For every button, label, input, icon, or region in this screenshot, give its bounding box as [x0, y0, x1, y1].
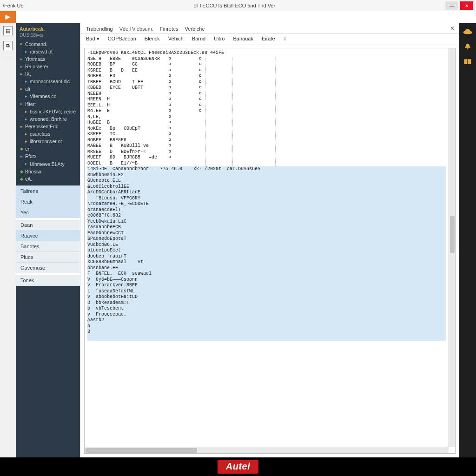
tree-node-label: liforsronrwer cr [30, 139, 62, 145]
tab-bar: TrabendlingVdell Viebsum.FinretesVerbich… [80, 23, 459, 34]
tree-node-label: PerenssentEdi: [25, 124, 58, 130]
sidebar-tree: ▸Ccomand.▸rarsewd ot▸Yitnmaas▸Ra oraerer… [16, 39, 80, 185]
sidebar-list-item[interactable]: Banotes [16, 241, 80, 252]
tab[interactable]: Trabendling [86, 26, 113, 33]
sidebar-list-item[interactable]: Daan [16, 220, 80, 231]
right-tool-strip [459, 23, 476, 457]
content-area: -1&Hp0Pdve6 Kax…48tCL Fneedei8Axc2u3uEck… [84, 48, 456, 454]
tree-node-label: osarclass [30, 131, 50, 137]
tree-bullet-icon: ▸ [24, 161, 28, 166]
tree-node[interactable]: ◆er [19, 145, 78, 153]
menu-item[interactable]: COPSJeoan [108, 36, 136, 42]
sidebar-list-item[interactable]: Reak [16, 197, 80, 207]
tree-bullet-icon: ◆ [20, 169, 23, 174]
tree-bullet-icon: ▸ [20, 57, 23, 62]
tree-node-label: Uinmewe BLAty [30, 161, 65, 167]
outer-title-left: /Fenk Ue [3, 3, 24, 8]
tree-bullet-icon: ▸ [24, 139, 28, 144]
menu-item[interactable]: Uitro [214, 36, 225, 42]
tree-bullet-icon: ▸ [20, 124, 23, 129]
menu-item[interactable]: Blenck [145, 36, 160, 42]
tree-node[interactable]: ▸wreoned. Bnrhire [19, 115, 78, 123]
tree-node[interactable]: ▸Ifiter: [19, 100, 78, 108]
tree-node[interactable]: ▸Uinmewe BLAty [19, 160, 78, 168]
text-content[interactable]: -1&Hp0Pdve6 Kax…48tCL Fneedei8Axc2u3uEck… [85, 48, 449, 447]
tree-node[interactable]: ▸osarclass [19, 131, 78, 138]
tree-node[interactable]: ▸PerenssentEdi: [19, 123, 78, 130]
sidebar-list-item[interactable]: Taiirens [16, 186, 80, 197]
tree-bullet-icon: ▸ [20, 101, 23, 106]
stage-bar [0, 11, 476, 23]
tree-node[interactable]: ▸Vitemnes cd [19, 93, 78, 100]
scroll-thumb[interactable] [450, 216, 455, 253]
tree-node-label: wreoned. Bnrhire [30, 116, 67, 122]
sidebar-list-item[interactable]: Raavec [16, 231, 80, 241]
tree-node-label: ali [25, 86, 30, 92]
tree-node-label: Ccomand. [25, 41, 47, 47]
tree-node[interactable]: ▸ali [19, 86, 78, 93]
tree-node-label: er [25, 146, 29, 152]
tree-node-label: mronacnrseant dic [30, 79, 70, 85]
tree-node-label: bssnc-IKFUVc; ceare [30, 109, 76, 115]
bell-icon[interactable] [463, 43, 472, 51]
brand-bar: Autel [0, 457, 476, 476]
tree-bullet-icon: ▸ [24, 79, 28, 84]
tree-node-label: Briossa [25, 169, 41, 175]
close-outer-button[interactable]: ✕ [460, 1, 473, 10]
sidebar-list-item[interactable]: Tonek [16, 275, 80, 286]
sidebar-list-item[interactable]: Piuce [16, 252, 80, 263]
tree-node-label: Efurx [25, 153, 37, 159]
tree-node[interactable]: ▸liforsronrwer cr [19, 138, 78, 145]
close-tab-button[interactable]: ✕ [450, 25, 455, 33]
menu-item[interactable]: Vehich [168, 36, 184, 42]
tree-node[interactable]: ▸Ccomand. [19, 40, 78, 48]
tree-node[interactable]: ▸mronacnrseant dic [19, 78, 78, 86]
tree-node-label: Ra oraerer [25, 64, 48, 70]
tree-node[interactable]: ▸Ra oraerer [19, 63, 78, 70]
tree-node[interactable]: ▸bssnc-IKFUVc; ceare [19, 108, 78, 115]
minimize-button[interactable]: — [445, 1, 458, 10]
tree-bullet-icon: ▸ [20, 41, 23, 46]
sidebar-list-item[interactable]: Oavemuse [16, 263, 80, 273]
menu-item[interactable]: T [284, 36, 287, 42]
play-icon[interactable] [0, 11, 16, 23]
tree-bullet-icon: ▸ [20, 72, 23, 77]
tree-node[interactable]: ◆Briossa [19, 168, 78, 175]
sidebar-lower-panel: TaiirensReakYecDaanRaavecBanotesPiuceOav… [16, 185, 80, 286]
menu-item[interactable]: Barnd [192, 36, 205, 42]
menu-item[interactable]: Eirate [262, 36, 275, 42]
outer-titlebar: /Fenk Ue of TECCU fs Btoll ECO and Thd V… [0, 0, 476, 11]
book-icon[interactable] [463, 58, 472, 66]
tree-node[interactable]: ◆vA. [19, 175, 78, 183]
tree-node-label: Vitemnes cd [30, 93, 57, 99]
tool-icon-1[interactable]: ▤ [3, 26, 13, 35]
tree-node[interactable]: ▸IX, [19, 71, 78, 78]
tree-bullet-icon: ▸ [20, 154, 23, 159]
menu-item[interactable]: Banauak [233, 36, 253, 42]
tree-node[interactable]: ▸Efurx [19, 153, 78, 160]
tree-bullet-icon: ◆ [20, 177, 23, 182]
scroll-thumb[interactable] [86, 448, 197, 453]
tree-node[interactable]: ▸Yitnmaas [19, 55, 78, 63]
tab[interactable]: Vdell Viebsum. [119, 26, 153, 33]
svg-marker-0 [5, 14, 10, 20]
brand-logo: Autel [218, 460, 259, 474]
divider-icon [3, 56, 13, 56]
vertical-scrollbar[interactable] [449, 48, 455, 447]
tree-bullet-icon: ▸ [20, 64, 23, 69]
tree-bullet-icon: ▸ [24, 49, 28, 54]
tool-icon-2[interactable]: ⧉ [3, 41, 13, 50]
menu-item[interactable]: Bad ▾ [86, 36, 99, 42]
main-panel: TrabendlingVdell Viebsum.FinretesVerbich… [80, 23, 459, 457]
sidebar-list-item[interactable]: Yec [16, 207, 80, 218]
tab[interactable]: Finretes [160, 26, 178, 33]
outer-title-center: of TECCU fs Btoll ECO and Thd Ver [24, 3, 445, 8]
tree-node-label: Ifiter: [25, 101, 36, 107]
tree-node-label: rarsewd ot [30, 49, 53, 55]
menu-bar: Bad ▾COPSJeoanBlenckVehichBarndUitroBana… [80, 34, 459, 45]
horizontal-scrollbar[interactable] [85, 447, 449, 453]
tab[interactable]: Verbiche [185, 26, 205, 33]
tree-node[interactable]: ▸rarsewd ot [19, 48, 78, 55]
tree-node-label: IX, [25, 71, 31, 77]
cloud-icon[interactable] [463, 28, 472, 36]
